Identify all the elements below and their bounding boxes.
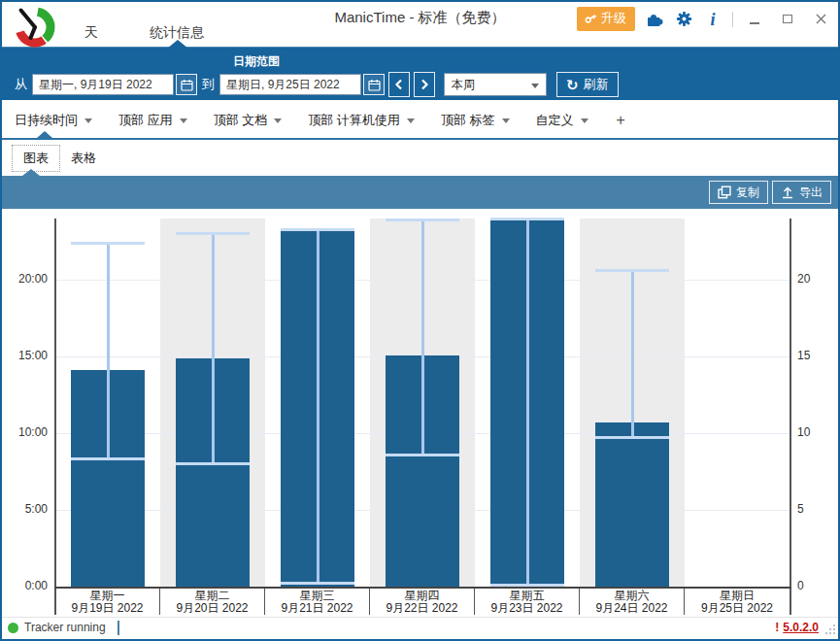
y-tick-label-left: 0:00 (2, 579, 48, 592)
span-whisker-cap-top (386, 219, 459, 221)
status-bar: Tracker running ! 5.0.2.0 (2, 617, 838, 637)
plugins-icon[interactable] (645, 10, 664, 29)
filter-top-computer-usage[interactable]: 顶部 计算机使用 (308, 112, 415, 129)
chevron-right-icon (419, 78, 430, 91)
key-icon (581, 9, 599, 27)
span-whisker-cap-top (595, 269, 669, 272)
span-whisker-cap-bottom (386, 454, 459, 456)
chart-toolbar: 复制 导出 (2, 176, 838, 209)
metric-filter-bar: 日持续时间 顶部 应用 顶部 文档 顶部 计算机使用 顶部 标签 自定义 + (2, 100, 838, 140)
span-whisker-line (107, 243, 110, 459)
y-tick-label-right: 20 (797, 272, 810, 286)
chevron-down-icon (180, 118, 187, 123)
span-whisker-cap-top (490, 218, 564, 220)
chevron-down-icon (502, 118, 510, 123)
refresh-label: 刷新 (584, 76, 609, 93)
x-label-mon: 星期一9月19日 2022 (55, 589, 160, 615)
y-tick-label-right: 5 (797, 502, 804, 516)
period-preset-select[interactable]: 本周 (444, 73, 547, 96)
upgrade-label: 升级 (601, 10, 626, 27)
period-preset-value: 本周 (452, 77, 475, 93)
date-range-panel: 日期范围 从 到 (2, 47, 838, 100)
tab-day[interactable]: 天 (84, 24, 98, 42)
span-whisker-line (212, 234, 215, 464)
span-whisker-line (317, 229, 319, 584)
chevron-down-icon (581, 118, 588, 123)
filter-day-duration[interactable]: 日持续时间 (15, 112, 92, 129)
filter-top-applications[interactable]: 顶部 应用 (118, 112, 187, 129)
info-icon[interactable]: i (703, 10, 722, 29)
chevron-left-icon (393, 78, 405, 91)
x-label-sun: 星期日9月25日 2022 (685, 589, 790, 615)
y-tick-label-left: 10:00 (2, 425, 48, 439)
from-date-input[interactable] (32, 74, 174, 95)
version-number: 5.0.2.0 (783, 621, 819, 634)
selected-filter-notch (37, 131, 52, 138)
tab-table-view[interactable]: 表格 (60, 146, 107, 171)
x-label-thu: 星期四9月22日 2022 (370, 589, 475, 615)
filter-custom[interactable]: 自定义 (536, 112, 588, 129)
from-calendar-button[interactable] (176, 74, 197, 95)
span-whisker-line (421, 220, 424, 455)
copy-button[interactable]: 复制 (709, 181, 768, 204)
upgrade-button[interactable]: 升级 (577, 7, 635, 31)
y-tick-label-right: 15 (797, 349, 810, 362)
resize-grip[interactable] (824, 624, 837, 636)
calendar-icon (181, 79, 193, 91)
export-button[interactable]: 导出 (772, 181, 831, 204)
filter-top-tags[interactable]: 顶部 标签 (441, 112, 510, 129)
from-label: 从 (15, 76, 27, 93)
tracker-status-icon (8, 623, 18, 633)
y-tick-label-right: 10 (797, 425, 810, 439)
x-label-wed: 星期三9月21日 2022 (265, 589, 370, 615)
span-whisker-cap-bottom (281, 582, 354, 585)
tracker-status-label: Tracker running (24, 621, 106, 634)
chevron-down-icon (84, 118, 92, 123)
add-filter-button[interactable]: + (617, 112, 625, 129)
previous-period-button[interactable] (388, 72, 410, 97)
view-tab-bar: 图表 表格 (2, 140, 838, 176)
span-whisker-cap-bottom (176, 462, 250, 465)
to-date-input[interactable] (219, 74, 361, 95)
chart-bar[interactable] (595, 422, 669, 587)
y-axis-left (54, 219, 56, 615)
to-label: 到 (202, 76, 215, 93)
manictime-logo-icon (11, 3, 59, 51)
minimize-button[interactable] (743, 10, 766, 29)
tab-chart-view[interactable]: 图表 (12, 145, 60, 172)
refresh-icon: ↻ (566, 78, 579, 92)
y-axis-right (790, 219, 791, 615)
span-whisker-cap-top (281, 228, 354, 231)
settings-gear-icon[interactable] (674, 10, 693, 29)
chevron-down-icon (274, 118, 282, 123)
span-whisker-cap-bottom (71, 457, 145, 460)
y-tick-label-left: 15:00 (2, 349, 48, 362)
y-tick-label-left: 20:00 (2, 272, 48, 286)
y-tick-label-left: 5:00 (2, 502, 48, 516)
to-calendar-button[interactable] (363, 74, 385, 95)
export-icon (781, 186, 794, 199)
copy-icon (718, 186, 731, 199)
calendar-icon (368, 79, 381, 91)
version-link[interactable]: ! 5.0.2.0 (775, 621, 819, 634)
active-view-notch (22, 169, 40, 176)
date-range-title: 日期范围 (233, 53, 280, 70)
window-title: ManicTime - 标准（免费） (334, 9, 505, 27)
refresh-button[interactable]: ↻ 刷新 (556, 72, 619, 97)
chevron-down-icon (407, 118, 415, 123)
span-whisker-cap-top (176, 232, 250, 235)
status-separator (118, 621, 119, 635)
chart-canvas: 星期一9月19日 2022 星期二9月20日 2022 星期三9月21日 202… (2, 209, 838, 617)
title-bar: 天 统计信息 ManicTime - 标准（免费） 升级 (2, 2, 838, 47)
span-whisker-line (631, 271, 634, 438)
filter-top-documents[interactable]: 顶部 文档 (214, 112, 283, 129)
y-tick-label-right: 0 (797, 579, 804, 592)
next-period-button[interactable] (414, 72, 435, 97)
maximize-button[interactable] (776, 10, 799, 29)
close-button[interactable] (809, 10, 832, 29)
app-window: 天 统计信息 ManicTime - 标准（免费） 升级 (0, 0, 840, 641)
version-alert: ! (775, 621, 779, 634)
x-label-tue: 星期二9月20日 2022 (160, 589, 265, 615)
x-label-sat: 星期六9月24日 2022 (580, 589, 685, 615)
titlebar-separator (732, 12, 733, 27)
